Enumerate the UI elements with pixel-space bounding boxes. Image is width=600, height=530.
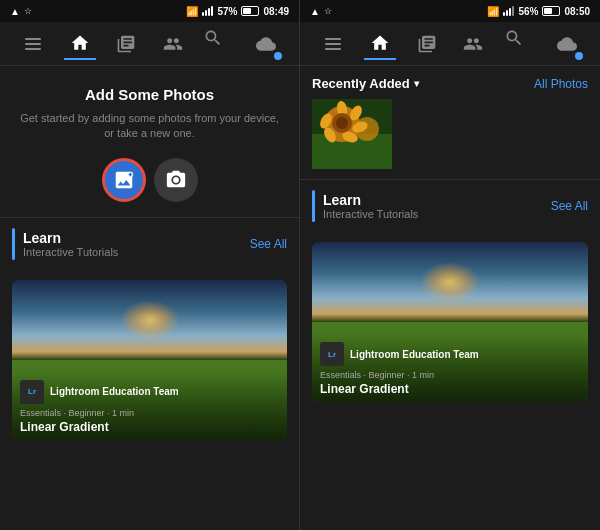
nav-home-left[interactable] [64, 28, 96, 60]
nav-cloud-right[interactable] [551, 28, 583, 60]
nav-people-right[interactable] [457, 28, 489, 60]
learn-subtitle-right: Interactive Tutorials [323, 208, 418, 220]
right-screen: ▲ ☆ 📶 56% 08:50 [300, 0, 600, 530]
learn-accent-bar [12, 228, 15, 260]
learn-title-block: Learn Interactive Tutorials [23, 230, 118, 258]
signal-bar-r2 [506, 10, 508, 16]
signal-bar-1 [202, 12, 204, 16]
camera-icon [165, 169, 187, 191]
learn-left-right: Learn Interactive Tutorials [312, 190, 418, 222]
signal-bar-3 [208, 8, 210, 16]
cloud-dot [274, 52, 282, 60]
signal-bar-2 [205, 10, 207, 16]
add-buttons [102, 158, 198, 202]
learn-accent-bar-right [312, 190, 315, 222]
card-title-right: Linear Gradient [320, 382, 580, 396]
hamburger-icon [23, 36, 43, 52]
signal-bar-r1 [503, 12, 505, 16]
people-icon-right [463, 34, 483, 54]
nav-cloud-left[interactable] [250, 28, 282, 60]
see-all-left[interactable]: See All [250, 237, 287, 251]
status-left: ▲ ☆ [10, 6, 32, 17]
add-photo-button[interactable] [102, 158, 146, 202]
recently-added-dropdown[interactable]: Recently Added ▾ [312, 76, 419, 91]
nav-bar-right [300, 22, 600, 66]
nav-people-left[interactable] [157, 28, 189, 60]
learn-title-left: Learn [23, 230, 118, 246]
home-icon [70, 33, 90, 53]
photo-grid [300, 99, 600, 179]
signal-bar-4 [211, 6, 213, 16]
add-photos-section: Add Some Photos Get started by adding so… [0, 66, 299, 217]
learn-section-left: Learn Interactive Tutorials See All [0, 217, 299, 270]
nav-search-right[interactable] [504, 28, 536, 60]
status-right-right: 📶 56% 08:50 [487, 6, 590, 17]
camera-button[interactable] [154, 158, 198, 202]
people-icon [163, 34, 183, 54]
content-right: Recently Added ▾ All Photos [300, 66, 600, 530]
card-meta-left: Essentials · Beginner · 1 min [20, 408, 279, 418]
battery-percent-right: 56% [518, 6, 538, 17]
library-icon-right [417, 34, 437, 54]
card-team-right: Lightroom Education Team [350, 349, 479, 360]
card-team-left: Lightroom Education Team [50, 386, 179, 397]
android-icon-right: ▲ [310, 6, 320, 17]
nav-search-left[interactable] [203, 28, 235, 60]
flower-photo-thumb[interactable] [312, 99, 392, 169]
signal-bar-r4 [512, 6, 514, 16]
hamburger-menu-left[interactable] [17, 28, 49, 60]
svg-point-12 [336, 117, 348, 129]
battery-fill-left [243, 8, 251, 14]
signal-bars [202, 6, 213, 16]
hamburger-menu-right[interactable] [317, 28, 349, 60]
add-photos-desc: Get started by adding some photos from y… [20, 111, 279, 142]
nav-home-right[interactable] [364, 28, 396, 60]
search-icon [203, 28, 223, 48]
left-screen: ▲ ☆ 📶 57% 08:49 [0, 0, 300, 530]
flower-svg [312, 99, 392, 169]
card-title-left: Linear Gradient [20, 420, 279, 434]
lr-logo-left: Lr [20, 380, 44, 404]
search-icon-right [504, 28, 524, 48]
learn-subtitle-left: Interactive Tutorials [23, 246, 118, 258]
all-photos-link[interactable]: All Photos [534, 77, 588, 91]
android-icon: ▲ [10, 6, 20, 17]
notification-icon: ☆ [24, 6, 32, 16]
hamburger-icon-right [323, 36, 343, 52]
wifi-icon-right: 📶 [487, 6, 499, 17]
card-overlay-right: Lr Lightroom Education Team Essentials ·… [312, 336, 588, 402]
chevron-down-icon: ▾ [414, 78, 419, 89]
see-all-right[interactable]: See All [551, 199, 588, 213]
add-photo-icon [113, 169, 135, 191]
signal-bar-r3 [509, 8, 511, 16]
time-left: 08:49 [263, 6, 289, 17]
tutorial-card-left[interactable]: Lr Lightroom Education Team Essentials ·… [12, 280, 287, 440]
time-right: 08:50 [564, 6, 590, 17]
learn-title-block-right: Learn Interactive Tutorials [323, 192, 418, 220]
learn-header-left: Learn Interactive Tutorials See All [12, 228, 287, 260]
add-photos-title: Add Some Photos [85, 86, 214, 103]
battery-icon-right [542, 6, 560, 16]
cloud-icon-right [557, 34, 577, 54]
card-overlay-left: Lr Lightroom Education Team Essentials ·… [12, 374, 287, 440]
signal-bars-right [503, 6, 514, 16]
content-left: Add Some Photos Get started by adding so… [0, 66, 299, 530]
tutorial-card-right[interactable]: Lr Lightroom Education Team Essentials ·… [312, 242, 588, 402]
learn-section-right: Learn Interactive Tutorials See All [300, 179, 600, 232]
battery-fill-right [544, 8, 552, 14]
home-icon-right [370, 33, 390, 53]
learn-header-right: Learn Interactive Tutorials See All [312, 190, 588, 222]
nav-library-left[interactable] [110, 28, 142, 60]
status-left-right: ▲ ☆ [310, 6, 332, 17]
status-right: 📶 57% 08:49 [186, 6, 289, 17]
cloud-icon [256, 34, 276, 54]
library-icon [116, 34, 136, 54]
recently-added-header: Recently Added ▾ All Photos [300, 66, 600, 99]
card-logo-row-right: Lr Lightroom Education Team [320, 342, 580, 366]
battery-icon-left [241, 6, 259, 16]
nav-library-right[interactable] [411, 28, 443, 60]
cloud-dot-right [575, 52, 583, 60]
sun-rays [120, 300, 180, 340]
card-meta-right: Essentials · Beginner · 1 min [320, 370, 580, 380]
learn-left: Learn Interactive Tutorials [12, 228, 118, 260]
